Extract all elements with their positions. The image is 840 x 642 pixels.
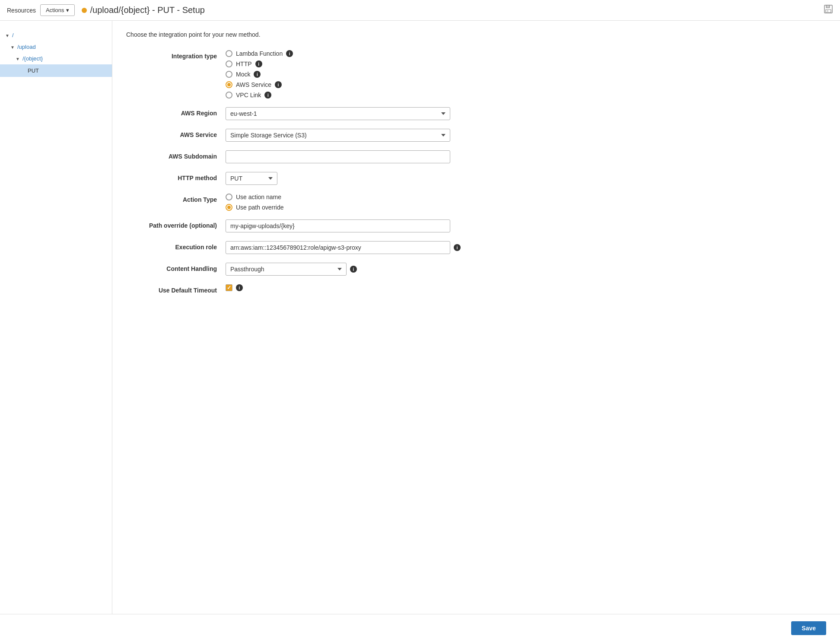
radio-vpc-link[interactable]: VPC Link i: [226, 92, 515, 99]
content-handling-label: Content Handling: [126, 263, 217, 272]
integration-type-radio-group: Lambda Function i HTTP i Mock i: [226, 50, 515, 99]
action-type-label: Action Type: [126, 194, 217, 203]
radio-vpc-link-label: VPC Link: [236, 92, 261, 99]
svg-rect-3: [827, 10, 828, 12]
use-default-timeout-row: Use Default Timeout i: [126, 284, 515, 294]
chevron-down-icon: ▾: [66, 7, 69, 13]
title-area: /upload/{object} - PUT - Setup: [82, 5, 824, 15]
content-handling-select[interactable]: Passthrough Convert to binary Convert to…: [226, 263, 347, 276]
radio-use-path-override-label: Use path override: [236, 204, 284, 211]
sidebar-label-root: /: [10, 31, 16, 39]
aws-subdomain-input[interactable]: [226, 150, 450, 163]
form-section: Integration type Lambda Function i HTTP …: [126, 50, 515, 294]
radio-aws-service-label: AWS Service: [236, 81, 271, 88]
info-icon-http[interactable]: i: [255, 60, 262, 67]
radio-mock-label: Mock: [236, 71, 250, 78]
http-method-control: PUT GET POST DELETE PATCH HEAD OPTIONS A…: [226, 172, 515, 185]
action-type-row: Action Type Use action name Use path ove…: [126, 194, 515, 211]
radio-use-path-override[interactable]: Use path override: [226, 204, 515, 211]
execution-role-input[interactable]: [226, 241, 450, 254]
sidebar-item-upload[interactable]: ▼ /upload: [0, 41, 112, 53]
radio-lambda-input[interactable]: [226, 50, 232, 57]
integration-type-control: Lambda Function i HTTP i Mock i: [226, 50, 515, 99]
resources-label: Resources: [7, 7, 36, 14]
aws-subdomain-row: AWS Subdomain: [126, 150, 515, 163]
page-title: /upload/{object} - PUT - Setup: [90, 5, 205, 15]
http-method-label: HTTP method: [126, 172, 217, 181]
aws-subdomain-label: AWS Subdomain: [126, 150, 217, 160]
content-area: Choose the integration point for your ne…: [112, 21, 840, 614]
main-layout: ▼ / ▼ /upload ▼ /{object} PUT Ch: [0, 21, 840, 614]
path-override-control: [226, 219, 515, 232]
radio-use-action-name-label: Use action name: [236, 194, 281, 200]
intro-text: Choose the integration point for your ne…: [126, 31, 826, 38]
aws-region-label: AWS Region: [126, 107, 217, 117]
aws-service-select[interactable]: Simple Storage Service (S3) Lambda Dynam…: [226, 129, 450, 142]
info-icon-execution-role[interactable]: i: [454, 244, 461, 251]
save-button[interactable]: Save: [791, 621, 826, 635]
radio-use-action-name-input[interactable]: [226, 194, 232, 200]
radio-http-label: HTTP: [236, 60, 252, 67]
info-icon-mock[interactable]: i: [254, 71, 261, 78]
use-default-timeout-label: Use Default Timeout: [126, 284, 217, 294]
action-type-control: Use action name Use path override: [226, 194, 515, 211]
integration-type-row: Integration type Lambda Function i HTTP …: [126, 50, 515, 99]
execution-role-label: Execution role: [126, 241, 217, 251]
sidebar-label-upload: /upload: [16, 43, 38, 51]
info-icon-aws-service[interactable]: i: [275, 81, 282, 88]
http-method-select[interactable]: PUT GET POST DELETE PATCH HEAD OPTIONS A…: [226, 172, 277, 185]
execution-role-input-row: i: [226, 241, 515, 254]
aws-service-label: AWS Service: [126, 129, 217, 138]
sidebar-label-put: PUT: [24, 66, 42, 75]
sidebar-item-object[interactable]: ▼ /{object}: [0, 53, 112, 64]
disk-icon[interactable]: [824, 4, 833, 16]
execution-role-control: i: [226, 241, 515, 254]
aws-subdomain-control: [226, 150, 515, 163]
radio-vpc-link-input[interactable]: [226, 92, 232, 99]
aws-service-control: Simple Storage Service (S3) Lambda Dynam…: [226, 129, 515, 142]
radio-mock[interactable]: Mock i: [226, 71, 515, 78]
info-icon-default-timeout[interactable]: i: [236, 284, 243, 291]
radio-use-action-name[interactable]: Use action name: [226, 194, 515, 200]
triangle-icon-upload: ▼: [10, 45, 15, 49]
radio-aws-service-input[interactable]: [226, 81, 232, 88]
aws-region-control: eu-west-1 us-east-1 us-west-2 ap-southea…: [226, 107, 515, 120]
use-default-timeout-checkbox-item: i: [226, 284, 515, 291]
save-area: Save: [0, 614, 840, 642]
svg-rect-1: [826, 5, 830, 8]
integration-type-label: Integration type: [126, 50, 217, 60]
content-handling-select-row: Passthrough Convert to binary Convert to…: [226, 263, 515, 276]
sidebar-item-root[interactable]: ▼ /: [0, 29, 112, 41]
sidebar-label-object: /{object}: [21, 54, 45, 63]
top-bar: Resources Actions ▾ /upload/{object} - P…: [0, 0, 840, 21]
radio-http-input[interactable]: [226, 60, 232, 67]
content-handling-control: Passthrough Convert to binary Convert to…: [226, 263, 515, 276]
sidebar-item-put[interactable]: PUT: [0, 64, 112, 77]
actions-button[interactable]: Actions ▾: [40, 4, 75, 16]
info-icon-lambda[interactable]: i: [286, 50, 293, 57]
radio-aws-service[interactable]: AWS Service i: [226, 81, 515, 88]
info-icon-content-handling[interactable]: i: [350, 266, 357, 273]
radio-http[interactable]: HTTP i: [226, 60, 515, 67]
aws-region-row: AWS Region eu-west-1 us-east-1 us-west-2…: [126, 107, 515, 120]
http-method-row: HTTP method PUT GET POST DELETE PATCH HE…: [126, 172, 515, 185]
radio-lambda[interactable]: Lambda Function i: [226, 50, 515, 57]
aws-region-select[interactable]: eu-west-1 us-east-1 us-west-2 ap-southea…: [226, 107, 450, 120]
use-default-timeout-control: i: [226, 284, 515, 291]
sidebar: ▼ / ▼ /upload ▼ /{object} PUT: [0, 21, 112, 614]
use-default-timeout-checkbox[interactable]: [226, 284, 232, 291]
triangle-icon-object: ▼: [16, 57, 20, 61]
sidebar-tree: ▼ / ▼ /upload ▼ /{object} PUT: [0, 26, 112, 80]
path-override-label: Path override (optional): [126, 219, 217, 229]
triangle-icon-root: ▼: [5, 33, 10, 38]
execution-role-row: Execution role i: [126, 241, 515, 254]
info-icon-vpc-link[interactable]: i: [264, 92, 271, 99]
action-type-radio-group: Use action name Use path override: [226, 194, 515, 211]
radio-mock-input[interactable]: [226, 71, 232, 78]
radio-use-path-override-input[interactable]: [226, 204, 232, 211]
content-handling-row: Content Handling Passthrough Convert to …: [126, 263, 515, 276]
aws-service-row: AWS Service Simple Storage Service (S3) …: [126, 129, 515, 142]
path-override-input[interactable]: [226, 219, 450, 232]
path-override-row: Path override (optional): [126, 219, 515, 232]
radio-lambda-label: Lambda Function: [236, 50, 283, 57]
